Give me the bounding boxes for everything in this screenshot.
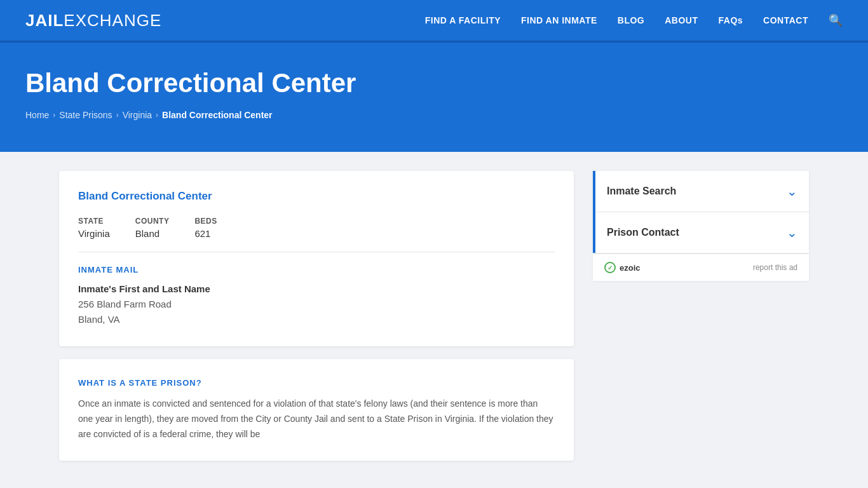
- chevron-down-icon-2: ⌄: [787, 225, 797, 240]
- logo-exchange: EXCHANGE: [64, 11, 161, 30]
- breadcrumb-sep-1: ›: [53, 111, 55, 119]
- county-label: COUNTY: [135, 217, 170, 226]
- breadcrumb-virginia[interactable]: Virginia: [123, 110, 152, 120]
- breadcrumb-sep-3: ›: [156, 111, 158, 119]
- main-container: Bland Correctional Center STATE Virginia…: [34, 171, 834, 461]
- ezoic-logo: ✓ ezoic: [604, 262, 641, 273]
- beds-cell: BEDS 621: [194, 217, 217, 239]
- sidebar-prison-contact-label: Prison Contact: [607, 227, 679, 238]
- info-card: WHAT IS A STATE PRISON? Once an inmate i…: [59, 359, 574, 461]
- ezoic-label: ezoic: [620, 263, 641, 273]
- nav-about[interactable]: ABOUT: [665, 15, 698, 26]
- sidebar-widget: Inmate Search ⌄ Prison Contact ⌄: [593, 171, 809, 253]
- nav-faqs[interactable]: FAQs: [719, 15, 743, 26]
- breadcrumb-sep-2: ›: [116, 111, 119, 119]
- nav-find-facility[interactable]: FIND A FACILITY: [425, 15, 501, 26]
- county-value: Bland: [135, 228, 170, 239]
- chevron-down-icon: ⌄: [787, 184, 797, 199]
- ezoic-check-icon: ✓: [604, 262, 616, 273]
- nav-links: FIND A FACILITY FIND AN INMATE BLOG ABOU…: [425, 13, 843, 27]
- nav-find-inmate[interactable]: FIND AN INMATE: [521, 15, 597, 26]
- state-cell: STATE Virginia: [78, 217, 110, 239]
- state-label: STATE: [78, 217, 110, 226]
- mail-address: 256 Bland Farm Road Bland, VA: [78, 297, 555, 327]
- info-card-title: WHAT IS A STATE PRISON?: [78, 378, 555, 388]
- page-title: Bland Correctional Center: [25, 68, 843, 98]
- report-ad-link[interactable]: report this ad: [753, 263, 797, 272]
- inmate-mail-label: INMATE MAIL: [78, 265, 555, 274]
- breadcrumb-current: Bland Correctional Center: [162, 110, 272, 120]
- nav-blog[interactable]: BLOG: [618, 15, 644, 26]
- county-cell: COUNTY Bland: [135, 217, 170, 239]
- mail-name: Inmate's First and Last Name: [78, 283, 555, 294]
- breadcrumb-home[interactable]: Home: [25, 110, 49, 120]
- beds-label: BEDS: [194, 217, 217, 226]
- logo-jail: JAIL: [25, 11, 64, 30]
- breadcrumb-state-prisons[interactable]: State Prisons: [59, 110, 112, 120]
- nav-contact[interactable]: CONTACT: [763, 15, 808, 26]
- facility-card-title: Bland Correctional Center: [78, 190, 555, 203]
- mail-line2: Bland, VA: [78, 314, 120, 325]
- beds-value: 621: [194, 228, 217, 239]
- state-value: Virginia: [78, 228, 110, 239]
- divider: [78, 252, 555, 252]
- breadcrumb: Home › State Prisons › Virginia › Bland …: [25, 110, 843, 120]
- sidebar: Inmate Search ⌄ Prison Contact ⌄ ✓ ezoic…: [593, 171, 809, 281]
- hero-section: Bland Correctional Center Home › State P…: [0, 43, 868, 152]
- ezoic-ad-bar: ✓ ezoic report this ad: [593, 254, 809, 281]
- sidebar-inmate-search-label: Inmate Search: [607, 186, 676, 197]
- info-card-text: Once an inmate is convicted and sentence…: [78, 396, 555, 442]
- sidebar-prison-contact[interactable]: Prison Contact ⌄: [595, 212, 809, 253]
- site-logo[interactable]: JAILEXCHANGE: [25, 11, 161, 30]
- navbar: JAILEXCHANGE FIND A FACILITY FIND AN INM…: [0, 0, 868, 41]
- facility-card: Bland Correctional Center STATE Virginia…: [59, 171, 574, 346]
- search-icon[interactable]: 🔍: [829, 13, 843, 27]
- info-grid: STATE Virginia COUNTY Bland BEDS 621: [78, 217, 555, 239]
- mail-line1: 256 Bland Farm Road: [78, 299, 172, 309]
- left-content: Bland Correctional Center STATE Virginia…: [59, 171, 574, 461]
- sidebar-inmate-search[interactable]: Inmate Search ⌄: [595, 171, 809, 212]
